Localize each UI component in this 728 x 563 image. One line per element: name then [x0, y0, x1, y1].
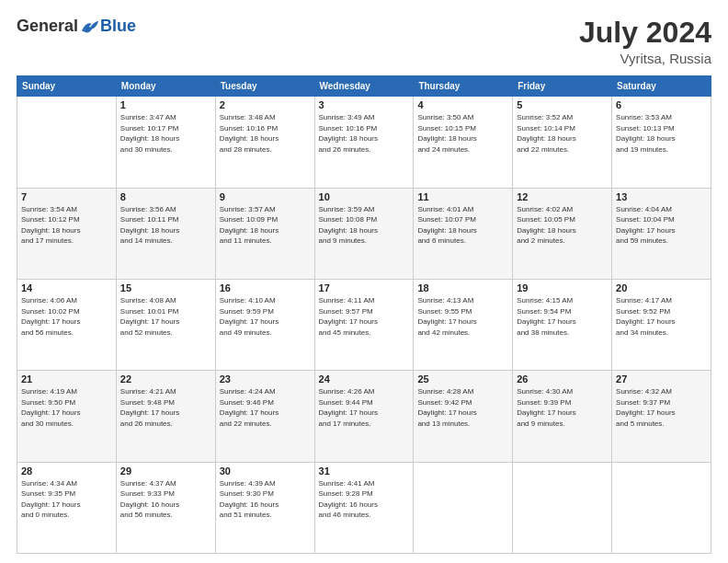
col-tuesday: Tuesday: [215, 76, 314, 97]
day-info: Sunrise: 4:39 AM Sunset: 9:30 PM Dayligh…: [220, 478, 311, 521]
table-row: 26Sunrise: 4:30 AM Sunset: 9:39 PM Dayli…: [513, 371, 612, 462]
table-row: 14Sunrise: 4:06 AM Sunset: 10:02 PM Dayl…: [17, 279, 117, 370]
table-row: 3Sunrise: 3:49 AM Sunset: 10:16 PM Dayli…: [314, 97, 414, 188]
table-row: 22Sunrise: 4:21 AM Sunset: 9:48 PM Dayli…: [116, 371, 215, 462]
day-info: Sunrise: 4:08 AM Sunset: 10:01 PM Daylig…: [120, 295, 211, 338]
col-sunday: Sunday: [17, 76, 117, 97]
calendar-week-row: 21Sunrise: 4:19 AM Sunset: 9:50 PM Dayli…: [17, 371, 711, 462]
table-row: 29Sunrise: 4:37 AM Sunset: 9:33 PM Dayli…: [116, 462, 215, 553]
day-info: Sunrise: 4:41 AM Sunset: 9:28 PM Dayligh…: [319, 478, 410, 521]
table-row: 20Sunrise: 4:17 AM Sunset: 9:52 PM Dayli…: [612, 279, 711, 370]
table-row: 21Sunrise: 4:19 AM Sunset: 9:50 PM Dayli…: [17, 371, 117, 462]
logo-general-text: General: [17, 17, 78, 36]
table-row: 9Sunrise: 3:57 AM Sunset: 10:09 PM Dayli…: [215, 188, 314, 279]
table-row: 13Sunrise: 4:04 AM Sunset: 10:04 PM Dayl…: [612, 188, 711, 279]
table-row: 15Sunrise: 4:08 AM Sunset: 10:01 PM Dayl…: [116, 279, 215, 370]
day-info: Sunrise: 4:15 AM Sunset: 9:54 PM Dayligh…: [517, 295, 608, 338]
table-row: 6Sunrise: 3:53 AM Sunset: 10:13 PM Dayli…: [612, 97, 711, 188]
day-number: 8: [120, 191, 211, 202]
day-number: 23: [220, 373, 311, 385]
table-row: 27Sunrise: 4:32 AM Sunset: 9:37 PM Dayli…: [612, 371, 711, 462]
day-number: 18: [417, 282, 508, 293]
calendar-week-row: 1Sunrise: 3:47 AM Sunset: 10:17 PM Dayli…: [17, 97, 711, 188]
table-row: [513, 462, 612, 553]
day-number: 15: [120, 282, 211, 293]
day-info: Sunrise: 4:17 AM Sunset: 9:52 PM Dayligh…: [616, 295, 707, 338]
day-info: Sunrise: 3:57 AM Sunset: 10:09 PM Daylig…: [220, 204, 311, 247]
calendar-table: Sunday Monday Tuesday Wednesday Thursday…: [17, 75, 711, 554]
day-info: Sunrise: 3:56 AM Sunset: 10:11 PM Daylig…: [120, 204, 211, 247]
day-number: 17: [319, 282, 410, 293]
day-info: Sunrise: 4:04 AM Sunset: 10:04 PM Daylig…: [616, 204, 707, 247]
page: General Blue July 2024 Vyritsa, Russia S…: [0, 0, 728, 563]
table-row: 10Sunrise: 3:59 AM Sunset: 10:08 PM Dayl…: [314, 188, 414, 279]
table-row: 4Sunrise: 3:50 AM Sunset: 10:15 PM Dayli…: [414, 97, 513, 188]
table-row: 8Sunrise: 3:56 AM Sunset: 10:11 PM Dayli…: [116, 188, 215, 279]
day-number: 21: [21, 373, 112, 385]
day-info: Sunrise: 3:50 AM Sunset: 10:15 PM Daylig…: [417, 112, 508, 155]
day-number: 19: [517, 282, 608, 293]
day-number: 4: [417, 99, 508, 110]
day-info: Sunrise: 3:49 AM Sunset: 10:16 PM Daylig…: [319, 112, 410, 155]
day-number: 3: [319, 99, 410, 110]
day-info: Sunrise: 4:37 AM Sunset: 9:33 PM Dayligh…: [120, 478, 211, 521]
day-number: 22: [120, 373, 211, 385]
table-row: 17Sunrise: 4:11 AM Sunset: 9:57 PM Dayli…: [314, 279, 414, 370]
table-row: 5Sunrise: 3:52 AM Sunset: 10:14 PM Dayli…: [513, 97, 612, 188]
day-number: 26: [517, 373, 608, 385]
day-number: 14: [21, 282, 112, 293]
day-number: 20: [616, 282, 707, 293]
calendar-week-row: 14Sunrise: 4:06 AM Sunset: 10:02 PM Dayl…: [17, 279, 711, 370]
title-block: July 2024 Vyritsa, Russia: [579, 17, 711, 66]
day-info: Sunrise: 4:02 AM Sunset: 10:05 PM Daylig…: [517, 204, 608, 247]
day-info: Sunrise: 4:10 AM Sunset: 9:59 PM Dayligh…: [220, 295, 311, 338]
table-row: [17, 97, 117, 188]
table-row: 11Sunrise: 4:01 AM Sunset: 10:07 PM Dayl…: [414, 188, 513, 279]
day-number: 12: [517, 191, 608, 202]
day-info: Sunrise: 3:48 AM Sunset: 10:16 PM Daylig…: [220, 112, 311, 155]
table-row: 28Sunrise: 4:34 AM Sunset: 9:35 PM Dayli…: [17, 462, 117, 553]
header: General Blue July 2024 Vyritsa, Russia: [17, 17, 711, 66]
month-title: July 2024: [579, 17, 711, 49]
day-info: Sunrise: 3:52 AM Sunset: 10:14 PM Daylig…: [517, 112, 608, 155]
day-info: Sunrise: 4:11 AM Sunset: 9:57 PM Dayligh…: [319, 295, 410, 338]
day-number: 5: [517, 99, 608, 110]
table-row: 18Sunrise: 4:13 AM Sunset: 9:55 PM Dayli…: [414, 279, 513, 370]
day-number: 7: [21, 191, 112, 202]
day-number: 30: [220, 465, 311, 477]
day-info: Sunrise: 4:24 AM Sunset: 9:46 PM Dayligh…: [220, 386, 311, 429]
table-row: 12Sunrise: 4:02 AM Sunset: 10:05 PM Dayl…: [513, 188, 612, 279]
logo-blue-text: Blue: [100, 17, 136, 36]
day-number: 31: [319, 465, 410, 477]
table-row: 2Sunrise: 3:48 AM Sunset: 10:16 PM Dayli…: [215, 97, 314, 188]
day-number: 13: [616, 191, 707, 202]
day-number: 29: [120, 465, 211, 477]
table-row: 16Sunrise: 4:10 AM Sunset: 9:59 PM Dayli…: [215, 279, 314, 370]
day-number: 9: [220, 191, 311, 202]
location-title: Vyritsa, Russia: [579, 51, 711, 66]
table-row: 7Sunrise: 3:54 AM Sunset: 10:12 PM Dayli…: [17, 188, 117, 279]
day-number: 28: [21, 465, 112, 477]
col-friday: Friday: [513, 76, 612, 97]
table-row: 31Sunrise: 4:41 AM Sunset: 9:28 PM Dayli…: [314, 462, 414, 553]
table-row: 19Sunrise: 4:15 AM Sunset: 9:54 PM Dayli…: [513, 279, 612, 370]
logo: General Blue: [17, 17, 136, 36]
table-row: 23Sunrise: 4:24 AM Sunset: 9:46 PM Dayli…: [215, 371, 314, 462]
day-info: Sunrise: 4:26 AM Sunset: 9:44 PM Dayligh…: [319, 386, 410, 429]
col-thursday: Thursday: [414, 76, 513, 97]
day-info: Sunrise: 3:53 AM Sunset: 10:13 PM Daylig…: [616, 112, 707, 155]
day-number: 25: [417, 373, 508, 385]
day-info: Sunrise: 4:01 AM Sunset: 10:07 PM Daylig…: [417, 204, 508, 247]
day-info: Sunrise: 4:28 AM Sunset: 9:42 PM Dayligh…: [417, 386, 508, 429]
day-info: Sunrise: 4:30 AM Sunset: 9:39 PM Dayligh…: [517, 386, 608, 429]
calendar-week-row: 28Sunrise: 4:34 AM Sunset: 9:35 PM Dayli…: [17, 462, 711, 553]
logo-bird-icon: [80, 18, 100, 35]
table-row: [612, 462, 711, 553]
col-monday: Monday: [116, 76, 215, 97]
day-info: Sunrise: 3:59 AM Sunset: 10:08 PM Daylig…: [319, 204, 410, 247]
table-row: 1Sunrise: 3:47 AM Sunset: 10:17 PM Dayli…: [116, 97, 215, 188]
table-row: [414, 462, 513, 553]
day-number: 2: [220, 99, 311, 110]
day-number: 10: [319, 191, 410, 202]
table-row: 25Sunrise: 4:28 AM Sunset: 9:42 PM Dayli…: [414, 371, 513, 462]
